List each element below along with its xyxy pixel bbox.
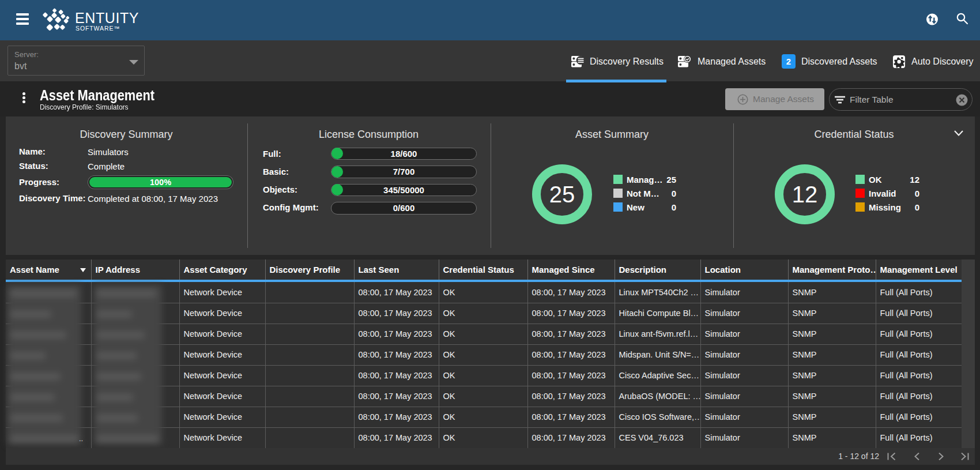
svg-text:25: 25	[549, 182, 575, 207]
svg-text:12: 12	[792, 182, 818, 207]
